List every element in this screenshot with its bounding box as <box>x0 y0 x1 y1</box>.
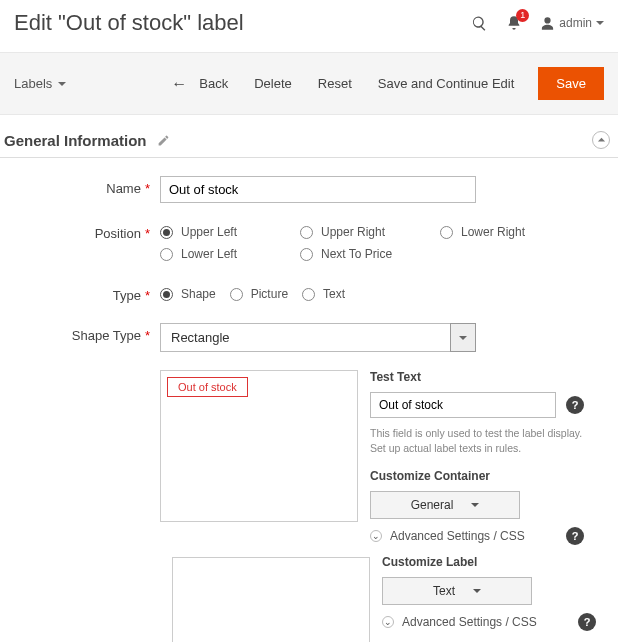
position-option[interactable]: Upper Right <box>300 221 440 243</box>
shape-type-value: Rectangle <box>160 323 450 352</box>
user-menu[interactable]: admin <box>540 16 604 31</box>
reset-button[interactable]: Reset <box>316 72 354 95</box>
position-option[interactable]: Lower Left <box>160 243 300 265</box>
shape-type-select[interactable]: Rectangle <box>160 323 476 352</box>
radio-label: Picture <box>251 287 288 301</box>
pencil-icon[interactable] <box>157 134 170 147</box>
radio-icon <box>160 226 173 239</box>
radio-label: Shape <box>181 287 216 301</box>
customize-label-select[interactable]: Text <box>382 577 532 605</box>
caret-down-icon <box>471 503 479 511</box>
radio-label: Lower Left <box>181 247 237 261</box>
radio-label: Upper Left <box>181 225 237 239</box>
position-option[interactable]: Upper Left <box>160 221 300 243</box>
radio-label: Next To Price <box>321 247 392 261</box>
back-label: Back <box>197 72 230 95</box>
radio-icon <box>230 288 243 301</box>
position-label: Position* <box>0 221 160 241</box>
arrow-left-icon: ← <box>171 75 187 93</box>
expand-icon[interactable]: ⌄ <box>370 530 382 542</box>
test-text-input[interactable] <box>370 392 556 418</box>
back-button[interactable]: ← Back <box>171 72 230 95</box>
caret-down-icon <box>596 21 604 29</box>
customize-container-select[interactable]: General <box>370 491 520 519</box>
radio-label: Text <box>323 287 345 301</box>
save-button[interactable]: Save <box>538 67 604 100</box>
chevron-down-icon <box>450 323 476 352</box>
search-icon[interactable] <box>471 15 488 32</box>
section-title: General Information <box>4 132 147 149</box>
help-icon[interactable]: ? <box>566 527 584 545</box>
labels-dropdown[interactable]: Labels <box>14 76 66 91</box>
username: admin <box>559 16 592 30</box>
shape-type-label: Shape Type* <box>0 323 160 343</box>
type-label: Type* <box>0 283 160 303</box>
labels-dropdown-label: Labels <box>14 76 52 91</box>
help-icon[interactable]: ? <box>578 613 596 631</box>
type-option[interactable]: Shape <box>160 283 216 305</box>
type-option[interactable]: Picture <box>230 283 288 305</box>
notification-badge: 1 <box>516 9 529 22</box>
test-text-label: Test Text <box>370 370 584 384</box>
customize-label-value: Text <box>433 584 455 598</box>
advanced-label-link[interactable]: Advanced Settings / CSS <box>402 615 537 629</box>
page-title: Edit "Out of stock" label <box>14 10 471 36</box>
radio-label: Upper Right <box>321 225 385 239</box>
label-preview: Out of stock <box>160 370 358 522</box>
name-label: Name* <box>0 176 160 196</box>
radio-label: Lower Right <box>461 225 525 239</box>
type-option[interactable]: Text <box>302 283 345 305</box>
caret-down-icon <box>58 82 66 90</box>
customize-container-label: Customize Container <box>370 469 584 483</box>
caret-down-icon <box>473 589 481 597</box>
user-icon <box>540 16 555 31</box>
radio-icon <box>160 288 173 301</box>
customize-container-value: General <box>411 498 454 512</box>
help-icon[interactable]: ? <box>566 396 584 414</box>
position-option[interactable]: Next To Price <box>300 243 440 265</box>
delete-button[interactable]: Delete <box>252 72 294 95</box>
customize-label-label: Customize Label <box>382 555 596 569</box>
preview-tag: Out of stock <box>167 377 248 397</box>
expand-icon[interactable]: ⌄ <box>382 616 394 628</box>
test-text-hint: This field is only used to test the labe… <box>370 426 584 455</box>
save-continue-button[interactable]: Save and Continue Edit <box>376 72 517 95</box>
collapse-section-button[interactable] <box>592 131 610 149</box>
radio-icon <box>302 288 315 301</box>
name-input[interactable] <box>160 176 476 203</box>
radio-icon <box>160 248 173 261</box>
radio-icon <box>300 226 313 239</box>
label-preview-secondary <box>172 557 370 642</box>
advanced-container-link[interactable]: Advanced Settings / CSS <box>390 529 525 543</box>
radio-icon <box>440 226 453 239</box>
notifications-icon[interactable]: 1 <box>506 15 522 31</box>
radio-icon <box>300 248 313 261</box>
position-option[interactable]: Lower Right <box>440 221 580 243</box>
